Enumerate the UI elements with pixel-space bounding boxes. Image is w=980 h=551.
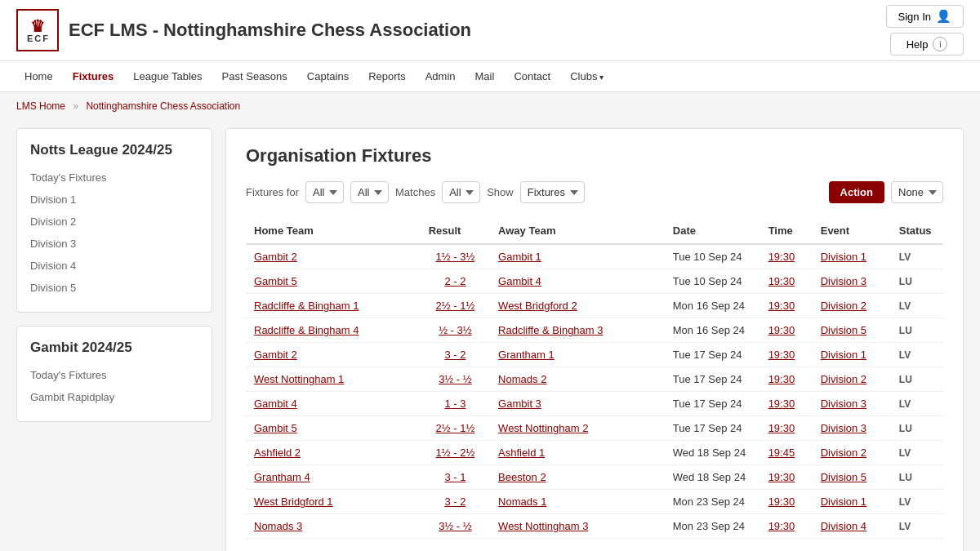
sidebar-notts-division2[interactable]: Division 2 <box>17 211 212 233</box>
link-result-10[interactable]: 3 - 2 <box>444 495 466 508</box>
breadcrumb-lms-home[interactable]: LMS Home <box>16 100 65 112</box>
link-away-11[interactable]: West Nottingham 3 <box>498 520 588 532</box>
link-away-9[interactable]: Beeston 2 <box>498 471 546 483</box>
link-home-1[interactable]: Gambit 5 <box>254 275 297 287</box>
nav-home[interactable]: Home <box>16 65 61 87</box>
help-button[interactable]: Help i <box>890 33 964 56</box>
link-time-10[interactable]: 19:30 <box>768 495 795 508</box>
nav-mail[interactable]: Mail <box>467 65 503 87</box>
link-result-3[interactable]: ½ - 3½ <box>439 324 471 336</box>
sidebar-gambit-todays-fixtures[interactable]: Today's Fixtures <box>17 364 212 386</box>
nav-past-seasons[interactable]: Past Seasons <box>214 65 296 87</box>
link-home-11[interactable]: Nomads 3 <box>254 520 302 532</box>
link-home-4[interactable]: Gambit 2 <box>254 349 297 361</box>
link-result-2[interactable]: 2½ - 1½ <box>436 300 475 312</box>
link-home-0[interactable]: Gambit 2 <box>254 251 297 263</box>
cell-away-5: Nomads 2 <box>490 367 665 392</box>
link-home-8[interactable]: Ashfield 2 <box>254 447 301 459</box>
link-away-6[interactable]: Gambit 3 <box>498 398 541 410</box>
link-time-1[interactable]: 19:30 <box>768 275 795 287</box>
link-event-2[interactable]: Division 2 <box>821 300 866 312</box>
cell-result-0: 1½ - 3½ <box>421 244 490 269</box>
sidebar-notts-division4[interactable]: Division 4 <box>17 255 212 277</box>
cell-status-2: LV <box>891 294 943 318</box>
link-time-3[interactable]: 19:30 <box>768 324 795 336</box>
link-time-4[interactable]: 19:30 <box>768 349 795 361</box>
link-result-7[interactable]: 2½ - 1½ <box>436 422 475 434</box>
link-home-9[interactable]: Grantham 4 <box>254 471 310 483</box>
link-home-5[interactable]: West Nottingham 1 <box>254 373 344 385</box>
link-result-11[interactable]: 3½ - ½ <box>439 520 471 532</box>
link-home-10[interactable]: West Bridgford 1 <box>254 495 333 508</box>
matches-label: Matches <box>395 186 435 198</box>
cell-away-10: Nomads 1 <box>490 490 665 514</box>
link-time-2[interactable]: 19:30 <box>768 300 795 312</box>
link-result-5[interactable]: 3½ - ½ <box>439 373 471 385</box>
link-event-0[interactable]: Division 1 <box>821 251 866 263</box>
link-result-9[interactable]: 3 - 1 <box>444 471 466 483</box>
link-away-4[interactable]: Grantham 1 <box>498 349 555 361</box>
link-away-5[interactable]: Nomads 2 <box>498 373 546 385</box>
link-time-0[interactable]: 19:30 <box>768 251 795 263</box>
link-away-0[interactable]: Gambit 1 <box>498 251 541 263</box>
show-select[interactable]: Fixtures <box>520 181 585 203</box>
link-home-3[interactable]: Radcliffe & Bingham 4 <box>254 324 359 336</box>
link-time-7[interactable]: 19:30 <box>768 422 795 434</box>
sign-in-button[interactable]: Sign In 👤 <box>886 5 964 28</box>
link-result-8[interactable]: 1½ - 2½ <box>436 447 475 459</box>
sidebar-gambit-rapidplay[interactable]: Gambit Rapidplay <box>17 386 212 408</box>
nav-contact[interactable]: Contact <box>506 65 559 87</box>
link-away-8[interactable]: Ashfield 1 <box>498 447 545 459</box>
link-away-1[interactable]: Gambit 4 <box>498 275 541 287</box>
link-result-1[interactable]: 2 - 2 <box>444 275 466 287</box>
none-select[interactable]: None <box>891 181 943 203</box>
fixtures-for-select[interactable]: All <box>305 181 344 203</box>
link-result-4[interactable]: 3 - 2 <box>444 349 466 361</box>
table-row: Gambit 5 2 - 2 Gambit 4 Tue 10 Sep 24 19… <box>246 269 943 294</box>
sidebar-notts-division5[interactable]: Division 5 <box>17 277 212 299</box>
link-home-7[interactable]: Gambit 5 <box>254 422 297 434</box>
nav-captains[interactable]: Captains <box>299 65 357 87</box>
filters-row: Fixtures for All All Matches All Show Fi… <box>246 181 943 203</box>
link-event-6[interactable]: Division 3 <box>821 398 866 410</box>
link-event-9[interactable]: Division 5 <box>821 471 866 483</box>
link-away-3[interactable]: Radcliffe & Bingham 3 <box>498 324 603 336</box>
link-away-7[interactable]: West Nottingham 2 <box>498 422 588 434</box>
matches-select[interactable]: All <box>442 181 480 203</box>
link-time-11[interactable]: 19:30 <box>768 520 795 532</box>
link-event-8[interactable]: Division 2 <box>821 447 866 459</box>
link-time-6[interactable]: 19:30 <box>768 398 795 410</box>
breadcrumb-org[interactable]: Nottinghamshire Chess Association <box>86 100 240 112</box>
link-away-2[interactable]: West Bridgford 2 <box>498 300 577 312</box>
cell-status-1: LU <box>891 269 943 294</box>
link-home-2[interactable]: Radcliffe & Bingham 1 <box>254 300 359 312</box>
nav-admin[interactable]: Admin <box>417 65 464 87</box>
link-event-1[interactable]: Division 3 <box>821 275 866 287</box>
link-event-7[interactable]: Division 3 <box>821 422 866 434</box>
link-result-6[interactable]: 1 - 3 <box>444 398 466 410</box>
link-event-4[interactable]: Division 1 <box>821 349 866 361</box>
link-result-0[interactable]: 1½ - 3½ <box>436 251 475 263</box>
link-time-5[interactable]: 19:30 <box>768 373 795 385</box>
link-away-10[interactable]: Nomads 1 <box>498 495 546 508</box>
sidebar-gambit-title: Gambit 2024/25 <box>17 340 212 364</box>
cell-time-5: 19:30 <box>760 367 813 392</box>
link-time-9[interactable]: 19:30 <box>768 471 795 483</box>
nav-league-tables[interactable]: League Tables <box>125 65 210 87</box>
sidebar-notts-division1[interactable]: Division 1 <box>17 189 212 211</box>
nav-fixtures[interactable]: Fixtures <box>65 65 122 87</box>
cell-home-9: Grantham 4 <box>246 465 421 490</box>
nav-reports[interactable]: Reports <box>360 65 414 87</box>
second-filter-select[interactable]: All <box>350 181 389 203</box>
link-event-5[interactable]: Division 2 <box>821 373 866 385</box>
link-time-8[interactable]: 19:45 <box>768 447 795 459</box>
link-event-11[interactable]: Division 4 <box>821 520 866 532</box>
cell-status-11: LV <box>891 514 943 539</box>
link-home-6[interactable]: Gambit 4 <box>254 398 297 410</box>
nav-clubs[interactable]: Clubs <box>562 65 612 87</box>
link-event-10[interactable]: Division 1 <box>821 495 866 508</box>
action-button[interactable]: Action <box>829 181 884 203</box>
sidebar-notts-division3[interactable]: Division 3 <box>17 233 212 255</box>
sidebar-notts-todays-fixtures[interactable]: Today's Fixtures <box>17 167 212 189</box>
link-event-3[interactable]: Division 5 <box>821 324 866 336</box>
